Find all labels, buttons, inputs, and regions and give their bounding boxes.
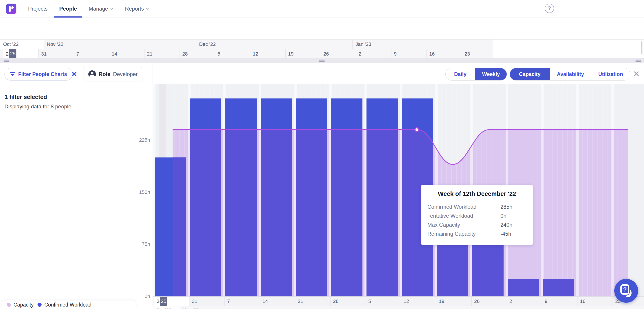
- x-axis-week: 2: [507, 297, 542, 306]
- timeline-header: Oct '22Nov '22Dec '22Jan '23 24253171421…: [0, 40, 493, 58]
- runn-logo[interactable]: [6, 4, 16, 14]
- granularity-tab-weekly[interactable]: Weekly: [475, 68, 507, 80]
- top-navbar: ProjectsPeopleManageReports ?: [0, 0, 644, 18]
- y-tick-label: 225h: [121, 137, 150, 143]
- timeline-week: 16: [427, 49, 462, 58]
- divider-grip-left[interactable]: [4, 60, 10, 62]
- tooltip-row: Confirmed Workload285h: [421, 202, 533, 211]
- timeline-week: 5: [215, 49, 250, 58]
- nav-item-reports[interactable]: Reports: [125, 0, 149, 18]
- metric-tab-availability[interactable]: Availability: [550, 68, 591, 80]
- legend-item-capacity: Capacity: [7, 302, 34, 308]
- x-axis-week: 5: [366, 297, 401, 306]
- toolbar-row: + New Tentative Oct '22Nov '22Dec '22Jan…: [0, 40, 644, 58]
- tooltip-row: Max Capacity240h: [421, 220, 533, 229]
- chart-role-label: Role: [99, 71, 110, 77]
- granularity-tab-label: Weekly: [482, 71, 500, 77]
- nav-item-projects[interactable]: Projects: [28, 0, 48, 18]
- legend-dot: [7, 303, 11, 307]
- timeline-month: Oct '22: [0, 40, 44, 49]
- timeline-scrollbar[interactable]: [641, 41, 642, 55]
- x-axis-week: 26: [472, 297, 507, 306]
- nav-item-label: Manage: [88, 6, 108, 12]
- nav-item-label: People: [59, 6, 77, 12]
- people-count-summary: Displaying data for 8 people.: [4, 103, 73, 110]
- tooltip-row-value: 0h: [500, 213, 506, 219]
- divider-grip-right[interactable]: [636, 60, 641, 62]
- filter-people-charts-button[interactable]: Filter People Charts: [4, 68, 72, 81]
- filter-summary: 1 filter selected: [4, 94, 47, 101]
- tooltip-row-label: Confirmed Workload: [428, 204, 500, 210]
- granularity-tab-daily[interactable]: Daily: [446, 68, 475, 80]
- tooltip-row-label: Max Capacity: [428, 222, 500, 228]
- tooltip-row-value: 285h: [500, 204, 512, 210]
- granularity-tabs: DailyWeekly: [445, 68, 507, 81]
- x-axis-months: Oct '22Nov '22: [152, 306, 644, 309]
- capacity-chart-svg: [152, 84, 644, 296]
- timeline-week: 31: [39, 49, 74, 58]
- nav-divider: [559, 3, 559, 15]
- timeline-week: 12: [250, 49, 286, 58]
- main-nav: ProjectsPeopleManageReports: [16, 0, 149, 18]
- x-axis-week: 7: [225, 297, 260, 306]
- tooltip-title: Week of 12th December '22: [421, 190, 533, 197]
- x-axis-week: 31: [190, 297, 225, 306]
- x-axis-week: 16: [578, 297, 613, 306]
- timeline-week: 19: [286, 49, 321, 58]
- filter-lines-icon: [10, 72, 16, 77]
- filter-bar: Filter ✕ Save Role Developer Search peop…: [0, 18, 644, 40]
- metric-tab-label: Utilization: [598, 71, 623, 77]
- timeline-week: 26: [321, 49, 356, 58]
- x-axis-week: 19: [436, 297, 472, 306]
- timeline-month: Nov '22: [44, 40, 196, 49]
- today-badge: 25: [9, 49, 16, 58]
- help-chat-button[interactable]: ?: [614, 279, 638, 303]
- help-icon[interactable]: ?: [545, 4, 554, 13]
- timeline-week: 14: [109, 49, 144, 58]
- legend-label: Capacity: [14, 302, 34, 308]
- chart-tooltip: Week of 12th December '22 Confirmed Work…: [421, 185, 533, 245]
- legend-label: Confirmed Workload: [44, 302, 91, 308]
- metric-tab-utilization[interactable]: Utilization: [591, 68, 630, 80]
- y-tick-label: 150h: [121, 189, 150, 195]
- nav-item-label: Reports: [125, 6, 144, 12]
- x-axis-week: 2425: [154, 297, 190, 306]
- metric-tab-capacity[interactable]: Capacity: [510, 68, 550, 80]
- capacity-chart[interactable]: [152, 84, 644, 296]
- x-axis-month: Oct '22: [156, 307, 172, 309]
- timeline-month: Dec '22: [196, 40, 352, 49]
- tooltip-row-value: -45h: [500, 231, 511, 237]
- logo-glyph: [9, 6, 11, 12]
- metric-tab-label: Capacity: [519, 71, 541, 77]
- chevron-down-icon: [110, 7, 113, 10]
- y-tick-label: 0h: [121, 293, 150, 299]
- legend-item-confirmed-workload: Confirmed Workload: [38, 302, 91, 308]
- timeline-week: 9: [392, 49, 427, 58]
- divider-grip-center[interactable]: [319, 60, 325, 62]
- x-axis-week: 9: [542, 297, 578, 306]
- nav-item-manage[interactable]: Manage: [88, 0, 113, 18]
- timeline-week: 23: [462, 49, 493, 58]
- filter-people-charts-label: Filter People Charts: [18, 71, 67, 77]
- timeline-week: 28: [180, 49, 215, 58]
- tooltip-row: Tentative Workload0h: [421, 211, 533, 220]
- tooltip-row-label: Tentative Workload: [428, 213, 500, 219]
- chat-question-icon: ?: [619, 284, 633, 297]
- chart-role-chip[interactable]: Role Developer: [84, 67, 142, 81]
- x-axis-month-divider: [180, 306, 180, 309]
- clear-chart-filter-icon[interactable]: ✕: [72, 70, 77, 78]
- x-axis-week: 14: [260, 297, 295, 306]
- metric-tabs: CapacityAvailabilityUtilization: [510, 68, 630, 81]
- timeline-week: 2425: [3, 49, 39, 58]
- x-axis: 24253171421285121926291623: [152, 296, 644, 306]
- tooltip-row-label: Remaining Capacity: [428, 231, 500, 237]
- x-axis-week: 28: [330, 297, 366, 306]
- timeline-week: 7: [74, 49, 109, 58]
- svg-text:?: ?: [623, 286, 627, 293]
- person-icon: [88, 70, 96, 78]
- x-axis-month: Nov '22: [182, 307, 199, 309]
- close-charts-icon[interactable]: ✕: [633, 69, 640, 78]
- y-tick-label: 75h: [121, 241, 150, 247]
- tooltip-row: Remaining Capacity-45h: [421, 229, 533, 238]
- nav-item-people[interactable]: People: [59, 0, 77, 18]
